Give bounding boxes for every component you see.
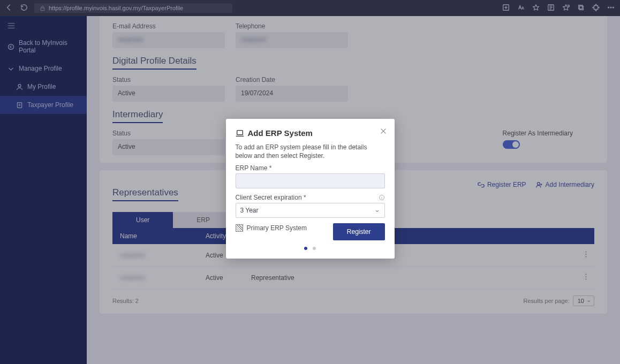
primary-erp-checkbox[interactable] bbox=[236, 224, 243, 232]
svg-rect-18 bbox=[237, 130, 243, 134]
expiry-select[interactable]: 3 Year bbox=[236, 203, 385, 218]
register-button[interactable]: Register bbox=[333, 223, 385, 240]
pager-dot[interactable] bbox=[313, 247, 316, 250]
pager-dot[interactable] bbox=[304, 247, 307, 250]
modal-description: To add an ERP system please fill in the … bbox=[236, 143, 385, 160]
info-icon[interactable] bbox=[379, 194, 385, 201]
add-erp-modal: Add ERP System To add an ERP system plea… bbox=[226, 119, 395, 259]
erp-name-label: ERP Name * bbox=[236, 164, 272, 172]
erp-name-input[interactable] bbox=[236, 173, 385, 188]
modal-pager bbox=[236, 247, 385, 250]
modal-overlay: Add ERP System To add an ERP system plea… bbox=[0, 0, 620, 364]
modal-title: Add ERP System bbox=[236, 128, 385, 138]
laptop-icon bbox=[236, 130, 244, 137]
expiry-label: Client Secret expiration * bbox=[236, 194, 306, 201]
primary-erp-label: Primary ERP System bbox=[247, 224, 307, 232]
close-icon[interactable] bbox=[380, 127, 387, 136]
